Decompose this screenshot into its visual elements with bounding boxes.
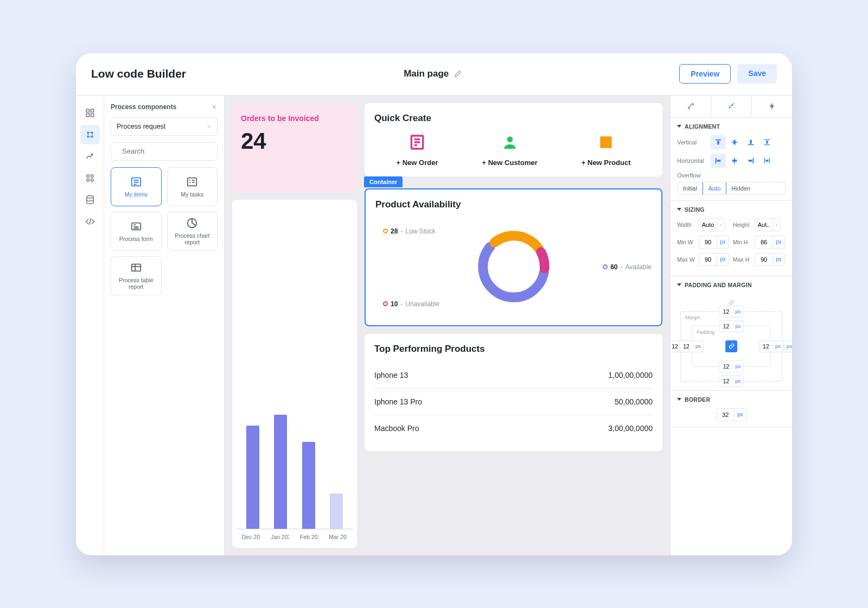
svg-rect-3	[91, 113, 93, 116]
process-select[interactable]: Process request	[111, 117, 218, 136]
wrench-icon	[687, 102, 695, 110]
svg-point-12	[87, 195, 93, 198]
svg-rect-2	[86, 113, 89, 116]
barchart-card[interactable]: Dec 2021 Jan 2022 Feb 2022 Mar 2022	[232, 200, 357, 548]
components-title: Process components	[111, 103, 176, 111]
legend-dot-icon	[603, 264, 608, 269]
list-icon	[130, 176, 142, 188]
svg-rect-32	[766, 141, 768, 143]
svg-rect-10	[87, 179, 90, 181]
brush-icon	[727, 102, 736, 110]
svg-point-5	[91, 131, 93, 134]
canvas-right-col: Quick Create + New Order + New Customer	[365, 103, 662, 548]
components-panel: Process components Process request My it…	[104, 96, 225, 555]
app-frame: Low code Builder Main page Preview Save …	[76, 53, 792, 555]
align-right-button[interactable]	[743, 154, 758, 168]
align-left-button[interactable]	[711, 154, 726, 168]
align-bottom-button[interactable]	[743, 135, 758, 149]
sizing-header[interactable]: SIZING	[677, 206, 786, 213]
quick-create-card[interactable]: Quick Create + New Order + New Customer	[365, 103, 662, 176]
save-button[interactable]: Save	[737, 64, 777, 84]
app-title: Low code Builder	[91, 67, 186, 80]
alignment-header[interactable]: ALIGNMENT	[677, 123, 786, 130]
availability-card[interactable]: Product Availability 28- Low Stock	[365, 188, 662, 326]
rail-analytics-icon[interactable]	[80, 147, 100, 166]
page-name[interactable]: Main page	[404, 68, 462, 79]
main-row: Process components Process request My it…	[76, 96, 792, 555]
align-stretch-h-button[interactable]	[760, 154, 775, 168]
height-input[interactable]: -	[755, 218, 781, 231]
top-products-title: Top Performing Products	[374, 344, 653, 354]
link-icon[interactable]	[725, 340, 737, 352]
lightning-icon	[768, 102, 776, 110]
minh-input[interactable]: px	[755, 236, 785, 249]
edit-icon[interactable]	[454, 70, 462, 78]
border-input[interactable]: px	[716, 408, 746, 421]
overflow-hidden[interactable]: Hidden	[726, 182, 756, 194]
padding-top-input[interactable]: px	[719, 320, 743, 332]
svg-rect-18	[132, 264, 141, 271]
section-alignment: ALIGNMENT Vertical Horizontal	[671, 118, 792, 201]
tile-my-tasks[interactable]: My tasks	[167, 167, 218, 206]
tab-style[interactable]	[711, 96, 752, 117]
left-rail	[76, 96, 104, 555]
component-search[interactable]	[111, 142, 218, 161]
bar	[330, 493, 343, 529]
tile-process-form[interactable]: Process form	[111, 212, 162, 251]
svg-rect-28	[748, 144, 754, 145]
padding-right-input[interactable]: px	[759, 340, 783, 352]
overflow-auto[interactable]: Auto	[703, 182, 727, 195]
overflow-segment: Initial Auto Hidden	[677, 182, 786, 195]
width-input[interactable]: -	[699, 218, 725, 231]
rail-code-icon[interactable]	[80, 212, 100, 231]
preview-button[interactable]: Preview	[679, 64, 731, 84]
orders-value: 24	[241, 128, 348, 154]
search-input[interactable]	[121, 147, 214, 156]
maxh-input[interactable]: px	[755, 253, 785, 266]
vertical-label: Vertical	[677, 139, 707, 145]
tab-actions[interactable]	[752, 96, 792, 117]
spacing-visualizer: Margin px px px px Padding px px px px	[677, 294, 786, 385]
svg-rect-40	[769, 157, 770, 163]
border-header[interactable]: BORDER	[677, 396, 786, 403]
tab-settings[interactable]	[671, 96, 711, 117]
selected-container-wrap: Container Product Availability 28-	[365, 188, 662, 326]
minw-input[interactable]: px	[699, 236, 729, 249]
align-center-button[interactable]	[727, 154, 742, 168]
tile-process-table[interactable]: Process table report	[111, 256, 162, 295]
padding-bottom-input[interactable]: px	[719, 360, 743, 372]
svg-point-20	[507, 136, 513, 142]
triangle-icon	[677, 283, 681, 286]
align-top-button[interactable]	[711, 135, 726, 149]
legend-unavailable: 10- Unavailable	[383, 300, 439, 308]
rail-layout-icon[interactable]	[80, 103, 100, 123]
donut-chart	[473, 226, 554, 307]
svg-rect-27	[733, 140, 736, 144]
maxw-input[interactable]: px	[699, 253, 729, 266]
overflow-initial[interactable]: Initial	[678, 182, 703, 194]
qc-new-customer[interactable]: + New Customer	[482, 134, 538, 167]
padding-left-input[interactable]: px	[679, 340, 704, 352]
qc-new-order[interactable]: + New Order	[397, 134, 438, 167]
padding-header[interactable]: PADDING AND MARGIN	[677, 282, 786, 288]
horizontal-label: Horizontal	[677, 157, 707, 164]
legend-dot-icon	[383, 301, 388, 306]
tile-my-items[interactable]: My items	[111, 167, 162, 206]
close-icon[interactable]	[211, 104, 218, 110]
align-middle-button[interactable]	[727, 135, 742, 149]
rail-database-icon[interactable]	[80, 190, 100, 210]
orders-card[interactable]: Orders to be Invoiced 24	[232, 103, 357, 192]
margin-top-input[interactable]: px	[719, 306, 743, 318]
rail-apps-icon[interactable]	[80, 168, 100, 188]
triangle-icon	[677, 125, 681, 128]
top-actions: Preview Save	[679, 64, 777, 84]
margin-bottom-input[interactable]: px	[719, 375, 743, 387]
align-stretch-v-button[interactable]	[760, 135, 775, 149]
top-products-card[interactable]: Top Performing Products Iphone 13 1,00,0…	[365, 334, 662, 451]
form-icon	[130, 220, 142, 232]
qc-new-product[interactable]: + New Product	[582, 134, 631, 167]
tile-process-chart[interactable]: Process chart report	[167, 212, 218, 251]
canvas[interactable]: Orders to be Invoiced 24 Dec 2021 Jan 20…	[225, 96, 670, 555]
triangle-icon	[677, 398, 681, 401]
rail-components-icon[interactable]	[80, 125, 100, 144]
